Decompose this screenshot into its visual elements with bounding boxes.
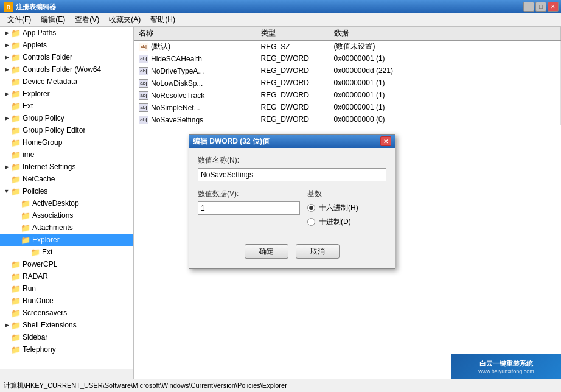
base-label: 基数 — [307, 189, 386, 199]
data-label: 数值数据(V): — [198, 189, 300, 199]
radio-hex-label: 十六进制(H) — [319, 203, 358, 213]
radio-hex[interactable]: 十六进制(H) — [307, 203, 386, 213]
base-area: 基数 十六进制(H) 十进制(D) — [307, 189, 386, 231]
radio-dec-btn[interactable] — [307, 218, 315, 226]
dialog-main-row: 数值数据(V): 基数 十六进制(H) 十进制(D) — [198, 189, 386, 231]
dialog-overlay: 编辑 DWORD (32 位)值 ✕ 数值名称(N): 数值数据(V): 基数 … — [0, 0, 561, 392]
data-input[interactable] — [198, 201, 300, 215]
dialog-title-bar: 编辑 DWORD (32 位)值 ✕ — [189, 135, 395, 148]
value-area: 数值数据(V): — [198, 189, 300, 215]
dialog-body: 数值名称(N): 数值数据(V): 基数 十六进制(H) 十进制(D) — [189, 148, 395, 268]
edit-dword-dialog: 编辑 DWORD (32 位)值 ✕ 数值名称(N): 数值数据(V): 基数 … — [189, 134, 395, 269]
cancel-button[interactable]: 取消 — [296, 244, 340, 259]
radio-dec[interactable]: 十进制(D) — [307, 217, 386, 227]
dialog-close-button[interactable]: ✕ — [380, 136, 391, 146]
radio-dec-label: 十进制(D) — [319, 217, 351, 227]
name-label: 数值名称(N): — [198, 155, 386, 166]
dialog-buttons: 确定 取消 — [198, 239, 386, 261]
confirm-button[interactable]: 确定 — [245, 244, 288, 259]
radio-hex-btn[interactable] — [307, 204, 315, 212]
name-input[interactable] — [198, 168, 386, 181]
dialog-title-text: 编辑 DWORD (32 位)值 — [193, 136, 270, 147]
